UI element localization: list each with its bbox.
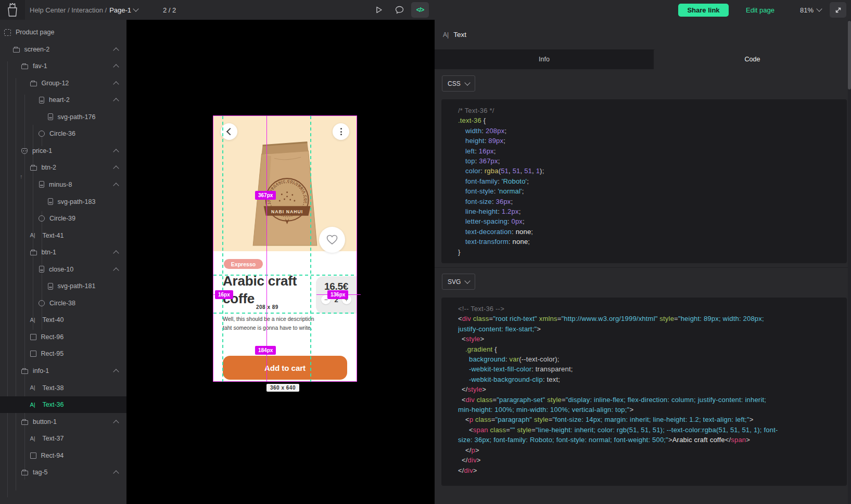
folder-layer-icon (30, 166, 37, 171)
overflow-menu-button[interactable] (333, 123, 349, 140)
code-line: /* Text-36 */ (458, 106, 847, 115)
code-line: font-family: 'Roboto'; (458, 176, 847, 186)
chevron-down-icon (464, 80, 470, 85)
measurement-badge-bottom: 184px (255, 346, 276, 355)
zoom-level-control[interactable]: 81% (800, 0, 821, 20)
zoom-level-value: 81% (800, 6, 814, 14)
layer-item-tag-5[interactable]: tag-5 (0, 464, 126, 481)
collapse-chevron-icon[interactable] (113, 471, 119, 476)
layer-label: Circle-36 (49, 130, 75, 137)
tab-info[interactable]: Info (435, 49, 654, 69)
breadcrumb[interactable]: Help Center / Interaction / Page-1 (30, 0, 138, 20)
layer-item-Text-36[interactable]: A|Text-36 (0, 396, 126, 413)
svg-dropdown-value: SVG (448, 278, 461, 286)
layer-label: Text-38 (43, 384, 64, 392)
layer-item-Rect-94[interactable]: Rect-94 (0, 447, 126, 464)
collapse-chevron-icon[interactable] (113, 47, 119, 53)
teal-guide-vertical-right (310, 116, 311, 382)
coffee-bag-image: 100% ORGANIC COLOMBIA COFFEE NABI NAHUI (242, 126, 328, 249)
layer-item-btn-2[interactable]: btn-2 (0, 159, 126, 176)
layer-label: svg-path-181 (58, 282, 96, 290)
chevron-down-icon (816, 6, 822, 11)
code-line: <span class="" style="line-height: inher… (458, 425, 847, 435)
teal-guide-vertical-left (222, 116, 223, 382)
fullscreen-button[interactable] (830, 2, 846, 18)
collapse-chevron-icon[interactable] (113, 98, 119, 104)
favorite-button[interactable] (319, 227, 345, 253)
layer-item-Circle-38[interactable]: Circle-38 (0, 295, 126, 312)
folder-layer-icon (21, 420, 28, 425)
layer-item-fav-1[interactable]: fav-1 (0, 58, 126, 74)
svg-format-dropdown[interactable]: SVG (442, 274, 475, 290)
chevron-down-icon (133, 6, 138, 11)
layer-label: Circle-39 (49, 215, 75, 222)
category-tag[interactable]: Expresso (224, 259, 263, 269)
css-code-block[interactable]: /* Text-36 */.text-36 {width: 208px;heig… (441, 99, 847, 263)
folder-layer-icon (30, 82, 37, 86)
layer-item-svg-path-181[interactable]: svg-path-181 (0, 278, 126, 294)
layer-item-price-1[interactable]: price-1 (0, 143, 126, 159)
code-line: </div> (458, 455, 847, 465)
layer-item-Circle-36[interactable]: Circle-36 (0, 125, 126, 142)
layer-label: Group-12 (42, 80, 69, 87)
code-line: background: var(--text-color); (458, 354, 847, 364)
tab-code[interactable]: Code (654, 49, 851, 69)
layer-item-Rect-96[interactable]: Rect-96 (0, 329, 126, 345)
code-view-button[interactable]: </> (411, 2, 429, 18)
edit-page-link[interactable]: Edit page (746, 0, 774, 20)
collapse-chevron-icon[interactable] (113, 81, 119, 87)
layer-item-info-1[interactable]: info-1 (0, 363, 126, 379)
collapse-chevron-icon[interactable] (113, 369, 119, 374)
collapse-chevron-icon[interactable] (113, 64, 119, 70)
layer-item-Circle-39[interactable]: Circle-39 (0, 210, 126, 227)
code-line: <style> (458, 334, 847, 344)
code-line: size: 36px; font-family: Roboto; font-st… (458, 435, 847, 445)
panel-scrollbar-thumb[interactable] (848, 21, 851, 89)
tab-code-label: Code (745, 56, 760, 63)
layer-item-svg-path-176[interactable]: svg-path-176 (0, 109, 126, 125)
layer-item-Product page[interactable]: Product page (0, 24, 126, 41)
share-link-button[interactable]: Share link (678, 4, 729, 17)
collapse-chevron-icon[interactable] (113, 250, 119, 256)
dots-menu-icon (340, 134, 342, 135)
collapse-chevron-icon[interactable] (113, 149, 119, 154)
inspector-panel: A| Text Info Code CSS /* Text-36 */.text… (435, 20, 851, 504)
layer-item-Rect-95[interactable]: Rect-95 (0, 345, 126, 362)
collapse-chevron-icon[interactable] (113, 420, 119, 425)
layer-item-minus-8[interactable]: minus-8 (0, 176, 126, 193)
collapse-chevron-icon[interactable] (113, 267, 119, 273)
layer-item-Text-38[interactable]: A|Text-38 (0, 380, 126, 396)
css-format-dropdown[interactable]: CSS (442, 75, 475, 92)
layer-item-Text-40[interactable]: A|Text-40 (0, 312, 126, 328)
product-screen-frame[interactable]: 100% ORGANIC COLOMBIA COFFEE NABI NAHUI … (213, 116, 357, 381)
layer-label: Text-40 (43, 316, 64, 324)
code-line: color: rgba(51, 51, 51, 1); (458, 166, 847, 176)
svg-layer-icon (48, 283, 53, 290)
rect-layer-icon (30, 351, 36, 357)
layer-item-button-1[interactable]: button-1 (0, 413, 126, 430)
layer-label: btn-2 (42, 164, 57, 171)
comment-button[interactable] (390, 2, 408, 18)
layer-label: price-1 (32, 147, 52, 154)
design-canvas[interactable]: 100% ORGANIC COLOMBIA COFFEE NABI NAHUI … (126, 20, 435, 504)
add-to-cart-button[interactable]: Add to cart (223, 356, 347, 380)
layer-item-svg-path-183[interactable]: svg-path-183 (0, 193, 126, 210)
layer-item-Group-12[interactable]: Group-12 (0, 75, 126, 92)
collapse-chevron-icon[interactable] (113, 183, 119, 188)
app-logo[interactable] (0, 0, 25, 20)
rect-layer-icon (30, 334, 36, 340)
heart-icon (326, 235, 338, 245)
layer-item-btn-1[interactable]: btn-1 (0, 244, 126, 261)
play-button[interactable] (370, 2, 388, 18)
code-line: -webkit-background-clip: text; (458, 374, 847, 384)
layer-item-heart-2[interactable]: heart-2 (0, 92, 126, 108)
layer-item-close-10[interactable]: close-10 (0, 261, 126, 278)
code-line: left: 16px; (458, 146, 847, 156)
panel-scrollbar-track[interactable] (848, 20, 851, 504)
svg-code-block[interactable]: <!-- Text-36 --><div class="root rich-te… (441, 298, 847, 486)
layer-item-screen-2[interactable]: screen-2 (0, 41, 126, 58)
circle-layer-icon (39, 300, 45, 306)
layer-item-Text-37[interactable]: A|Text-37 (0, 430, 126, 447)
collapse-chevron-icon[interactable] (113, 166, 119, 172)
layer-item-Text-41[interactable]: A|Text-41 (0, 227, 126, 244)
